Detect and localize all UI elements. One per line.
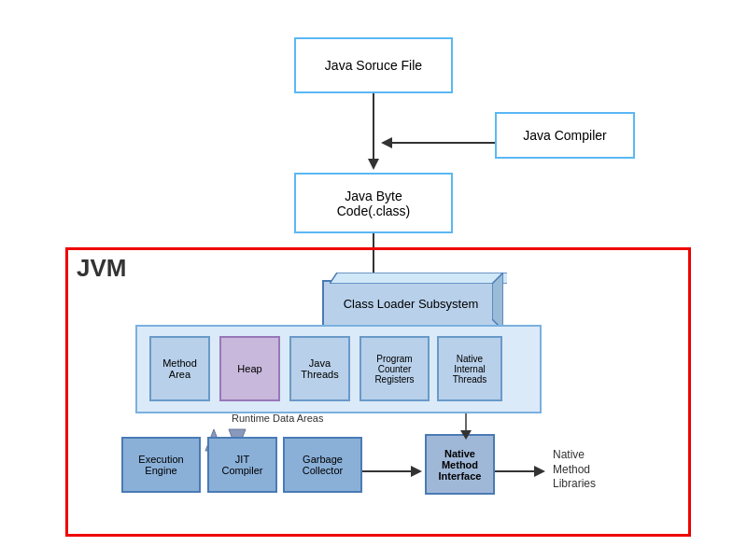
java-bytecode-box: Java Byte Code(.class) bbox=[294, 173, 453, 233]
java-source-box: Java Soruce File bbox=[294, 37, 453, 93]
jvm-label: JVM bbox=[77, 254, 126, 283]
java-bytecode-label: Java Byte Code(.class) bbox=[337, 189, 411, 218]
class-loader-box: Class Loader Subsystem bbox=[322, 280, 500, 327]
heap-cell: Heap bbox=[219, 336, 280, 401]
java-compiler-box: Java Compiler bbox=[495, 112, 635, 159]
svg-marker-7 bbox=[492, 273, 503, 330]
java-compiler-label: Java Compiler bbox=[523, 128, 606, 143]
native-method-interface-label: Native Method Interface bbox=[439, 448, 482, 482]
program-counter-cell: Program Counter Registers bbox=[359, 336, 430, 401]
native-internal-cell: Native Internal Threads bbox=[437, 336, 502, 401]
class-loader-3d-top bbox=[330, 273, 507, 284]
execution-engine-label: Execution Engine bbox=[138, 454, 183, 476]
arrow-nmi-to-nml bbox=[495, 462, 551, 481]
class-loader-label: Class Loader Subsystem bbox=[344, 297, 479, 311]
jit-compiler-label: JIT Compiler bbox=[221, 454, 262, 476]
arrow-nit-to-nmi bbox=[457, 413, 475, 441]
garbage-collector-label: Garbage Collector bbox=[303, 454, 343, 476]
svg-marker-13 bbox=[411, 466, 422, 477]
class-loader-3d-right bbox=[492, 273, 503, 330]
heap-label: Heap bbox=[237, 363, 261, 374]
native-method-interface-box: Native Method Interface bbox=[425, 434, 495, 495]
garbage-collector-box: Garbage Collector bbox=[283, 437, 362, 493]
native-method-libraries: Native Method Libraries bbox=[553, 448, 596, 492]
runtime-data-areas-label: Runtime Data Areas bbox=[232, 413, 323, 424]
java-threads-cell: Java Threads bbox=[289, 336, 350, 401]
java-threads-label: Java Threads bbox=[301, 357, 338, 380]
method-area-label: Method Area bbox=[162, 357, 197, 380]
svg-marker-15 bbox=[534, 466, 545, 477]
svg-marker-1 bbox=[368, 159, 379, 170]
jvm-diagram: Java Soruce File Java Compiler Java Byte… bbox=[0, 0, 747, 560]
arrow-compiler-to-flow bbox=[374, 133, 500, 152]
svg-marker-3 bbox=[381, 137, 392, 148]
method-area-cell: Method Area bbox=[149, 336, 210, 401]
execution-engine-box: Execution Engine bbox=[121, 437, 201, 493]
arrow-gc-to-nmi bbox=[362, 462, 428, 481]
native-internal-label: Native Internal Threads bbox=[453, 354, 487, 385]
java-source-label: Java Soruce File bbox=[325, 58, 422, 73]
jit-compiler-box: JIT Compiler bbox=[207, 437, 277, 493]
svg-marker-17 bbox=[460, 430, 472, 440]
svg-marker-6 bbox=[330, 273, 507, 284]
program-counter-label: Program Counter Registers bbox=[374, 354, 414, 385]
